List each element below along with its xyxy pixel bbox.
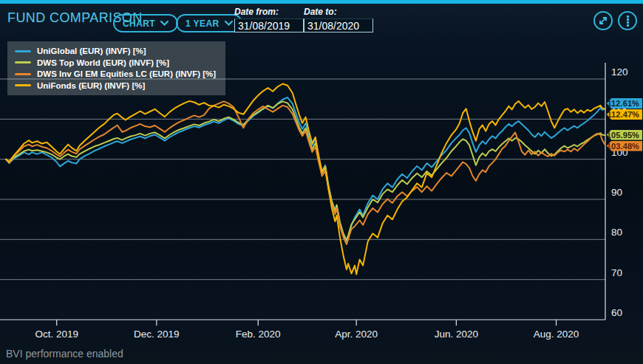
- series-line-0: [6, 97, 605, 242]
- legend-item-0[interactable]: UniGlobal (EUR) (INVF) [%]: [15, 47, 216, 56]
- legend-item-2[interactable]: DWS Inv Gl EM Equities LC (EUR) (INVF) […: [15, 69, 216, 79]
- series-end-value-tag-1: 105.95%: [607, 130, 642, 140]
- series-line-1: [6, 101, 605, 240]
- kebab-menu-icon: [627, 16, 629, 27]
- legend-item-3[interactable]: UniFonds (EUR) (INVF) [%]: [15, 81, 216, 91]
- period-dropdown-label: 1 YEAR: [186, 18, 220, 29]
- legend-swatch: [15, 61, 31, 63]
- legend-swatch: [15, 50, 31, 52]
- series-end-value-tag-0: 112.61%: [607, 98, 642, 109]
- chevron-down-icon: [225, 21, 233, 26]
- date-to-label: Date to:: [304, 7, 373, 17]
- chart-type-dropdown-label: CHART: [123, 18, 155, 29]
- series-end-value-tag-2: 103.48%: [607, 141, 642, 151]
- chart-type-dropdown[interactable]: CHART: [113, 14, 178, 32]
- chart-legend: UniGlobal (EUR) (INVF) [%]DWS Top World …: [7, 41, 225, 95]
- date-from-label: Date from:: [234, 7, 304, 17]
- y-axis-tick-label: 120: [611, 66, 628, 78]
- legend-label: DWS Inv Gl EM Equities LC (EUR) (INVF) […: [37, 69, 216, 79]
- date-to-input[interactable]: [304, 18, 373, 32]
- date-to-group: Date to:: [304, 7, 373, 32]
- x-axis-tick-label: Oct. 2019: [35, 329, 78, 340]
- fund-comparison-panel: { "header": { "title": "FUND COMPARISON"…: [0, 0, 643, 364]
- accent-top-strip: [0, 0, 643, 4]
- y-axis-tick-label: 100: [611, 147, 628, 158]
- legend-label: UniGlobal (EUR) (INVF) [%]: [37, 47, 146, 56]
- series-end-value-tag-3: 112.47%: [607, 109, 642, 120]
- x-axis-tick-label: Aug. 2020: [534, 329, 579, 340]
- y-axis-tick-label: 80: [611, 227, 622, 238]
- chevron-down-icon: [160, 21, 169, 26]
- legend-swatch: [15, 84, 31, 86]
- x-axis-tick-label: Apr. 2020: [335, 329, 378, 340]
- series-line-2: [6, 101, 605, 244]
- date-from-input[interactable]: [234, 18, 304, 32]
- legend-label: UniFonds (EUR) (INVF) [%]: [37, 81, 145, 91]
- legend-item-1[interactable]: DWS Top World (EUR) (INVF) [%]: [15, 58, 216, 68]
- menu-button[interactable]: [618, 11, 637, 30]
- y-axis-tick-label: 70: [611, 267, 622, 278]
- y-axis-tick-label: 60: [611, 307, 622, 318]
- legend-label: DWS Top World (EUR) (INVF) [%]: [37, 58, 169, 68]
- x-axis-tick-label: Feb. 2020: [236, 329, 281, 340]
- expand-icon: [598, 16, 608, 26]
- header-bar: FUND COMPARISON CHART 1 YEAR Date from: …: [0, 4, 643, 37]
- expand-button[interactable]: [593, 11, 613, 30]
- date-from-group: Date from:: [234, 7, 304, 32]
- x-axis-tick-label: Jun. 2020: [435, 329, 478, 340]
- x-axis-tick-label: Dec. 2019: [134, 329, 180, 340]
- footer-note: BVI performance enabled: [6, 348, 123, 360]
- y-axis-tick-label: 110: [611, 106, 627, 117]
- series-line-3: [6, 84, 605, 275]
- y-axis-tick-label: 90: [611, 187, 622, 198]
- period-dropdown[interactable]: 1 YEAR: [176, 14, 242, 32]
- legend-swatch: [15, 73, 31, 75]
